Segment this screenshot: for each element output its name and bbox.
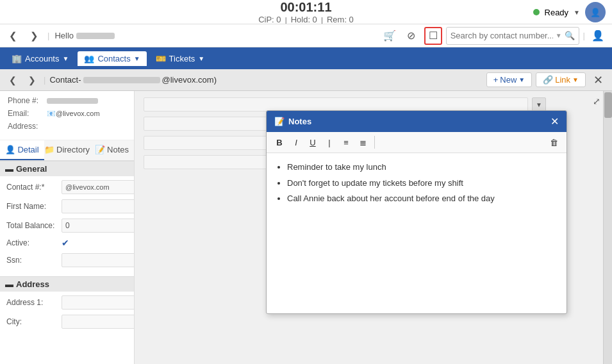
tab-contacts[interactable]: 👥 Contacts ▼	[78, 51, 146, 66]
separator: |	[47, 31, 49, 40]
right-panel: ▼ ▼ ▼ 📅 ⤢ 📝 Notes ✕	[135, 91, 612, 364]
pipe-button[interactable]: |	[322, 135, 337, 149]
plus-icon: +	[493, 75, 499, 85]
firstname-row: First Name:	[6, 199, 128, 213]
hello-name-blur	[76, 33, 115, 39]
total-balance-label: Total Balance:	[6, 221, 58, 230]
phone-row: Phone #:	[8, 96, 126, 105]
accounts-chevron: ▼	[62, 55, 69, 62]
underline-button[interactable]: U	[305, 135, 320, 149]
link-button[interactable]: 🔗 Link ▼	[536, 72, 586, 87]
main-content: Phone #: Email: 📧@livevox.com Address: 👤…	[0, 91, 612, 364]
top-bar-right: Ready ▼ 👤	[533, 0, 606, 24]
address1-input[interactable]	[62, 295, 135, 310]
right-input-1[interactable]	[144, 97, 528, 112]
rem-stat: Rem: 0	[327, 15, 354, 24]
cip-stat: CiP: 0	[258, 15, 281, 24]
new-label: New	[500, 75, 517, 85]
avatar[interactable]: 👤	[585, 2, 606, 22]
search-icon[interactable]: 🔍	[565, 31, 575, 40]
contact-prefix: Contact-	[49, 75, 81, 85]
nav-bar1: ❮ ❯ | Hello 🛒 ⊘ ☐ ▼ 🔍 | 👤	[0, 24, 612, 47]
unordered-list-button[interactable]: ≣	[355, 135, 370, 149]
list-item: Call Annie back about her account before…	[287, 192, 558, 205]
top-bar: 00:01:11 CiP: 0 | Hold: 0 | Rem: 0 Ready…	[0, 0, 612, 24]
scroll-thumb[interactable]	[604, 92, 612, 118]
nav-bar2: 🏢 Accounts ▼ 👥 Contacts ▼ 🎫 Tickets ▼	[0, 47, 612, 69]
block-button[interactable]: ⊘	[402, 27, 420, 45]
back-button[interactable]: ❮	[5, 28, 21, 44]
detail-label: Detail	[17, 145, 38, 154]
user-icon-button[interactable]: 👤	[589, 27, 607, 45]
tab-tickets[interactable]: 🎫 Tickets ▼	[149, 51, 211, 66]
expand-button[interactable]: ⤢	[593, 96, 600, 106]
dropdown-btn-1[interactable]: ▼	[532, 97, 546, 112]
email-value: 📧@livevox.com	[47, 110, 100, 118]
active-checkbox[interactable]: ✔	[62, 238, 69, 248]
scrollbar-right[interactable]	[603, 91, 612, 364]
close-button[interactable]: ✕	[590, 72, 607, 88]
link-label: Link	[555, 75, 570, 85]
right-field-row-1: ▼	[144, 97, 603, 112]
search-chevron: ▼	[556, 32, 562, 39]
directory-label: Directory	[56, 145, 90, 154]
city-row: City:	[6, 315, 128, 329]
phone-label: Phone #:	[8, 96, 43, 105]
bold-button[interactable]: B	[272, 135, 287, 149]
separator3: |	[44, 75, 45, 85]
address-collapse-icon[interactable]: ▬	[5, 279, 13, 289]
contact-number-row: Contact #:*	[6, 180, 128, 194]
directory-icon: 📁	[44, 145, 54, 154]
new-button[interactable]: + New ▼	[486, 72, 533, 87]
total-balance-input[interactable]	[62, 219, 135, 233]
forward-button[interactable]: ❯	[26, 28, 42, 44]
search-input[interactable]	[451, 31, 553, 40]
status-label: Ready	[545, 8, 569, 17]
sub-forward-button[interactable]: ❯	[24, 72, 40, 88]
link-icon: 🔗	[543, 75, 553, 85]
chevron-down-icon[interactable]: ▼	[574, 9, 580, 16]
notes-close-button[interactable]: ✕	[550, 115, 559, 128]
panel-tab-detail[interactable]: 👤 Detail	[0, 140, 44, 160]
tab-accounts[interactable]: 🏢 Accounts ▼	[5, 51, 75, 66]
avatar-icon: 👤	[590, 8, 600, 17]
firstname-input[interactable]	[62, 199, 135, 213]
notes-modal: 📝 Notes ✕ B I U | ≡ ≣ 🗑 Reminder to tak	[266, 110, 567, 314]
ssn-input[interactable]	[62, 253, 135, 267]
detail-icon: 👤	[5, 145, 15, 154]
general-collapse-icon[interactable]: ▬	[5, 164, 13, 174]
phone-value-blur	[47, 98, 98, 104]
cart-button[interactable]: 🛒	[381, 27, 399, 45]
toolbar-separator	[374, 136, 375, 149]
notes-title: Notes	[288, 117, 311, 126]
left-panel: Phone #: Email: 📧@livevox.com Address: 👤…	[0, 91, 135, 364]
notes-list: Reminder to take my lunch Don't forget t…	[287, 161, 558, 205]
panel-tabs: 👤 Detail 📁 Directory 📝 Notes	[0, 140, 134, 161]
firstname-label: First Name:	[6, 202, 58, 211]
notes-toolbar: B I U | ≡ ≣ 🗑	[267, 132, 567, 153]
ordered-list-button[interactable]: ≡	[338, 135, 354, 149]
accounts-icon: 🏢	[12, 54, 22, 63]
address-row: Address:	[8, 122, 126, 131]
city-input[interactable]	[62, 315, 135, 329]
delete-note-button[interactable]: 🗑	[546, 135, 561, 149]
ssn-label: Ssn:	[6, 256, 58, 265]
new-chevron: ▼	[518, 76, 525, 83]
italic-button[interactable]: I	[288, 135, 304, 149]
contacts-chevron: ▼	[134, 55, 140, 62]
list-item: Reminder to take my lunch	[287, 161, 558, 174]
total-balance-row: Total Balance:	[6, 219, 128, 233]
notes-body: Reminder to take my lunch Don't forget t…	[267, 153, 567, 313]
sub-nav-right: + New ▼ 🔗 Link ▼ ✕	[486, 72, 607, 88]
sub-back-button[interactable]: ❮	[5, 72, 21, 88]
active-row: Active: ✔	[6, 238, 128, 248]
tab-tickets-label: Tickets	[169, 54, 195, 63]
notes-tab-icon: 📝	[95, 145, 105, 154]
contact-email-suffix: @livevox.com)	[162, 75, 217, 85]
contact-number-input[interactable]	[62, 180, 135, 194]
search-box: ▼ 🔍	[446, 27, 579, 45]
general-fields: Contact #:* First Name: Total Balance: A…	[0, 176, 134, 276]
panel-tab-notes[interactable]: 📝 Notes	[90, 140, 134, 160]
note-button[interactable]: ☐	[424, 27, 442, 45]
panel-tab-directory[interactable]: 📁 Directory	[44, 140, 90, 160]
